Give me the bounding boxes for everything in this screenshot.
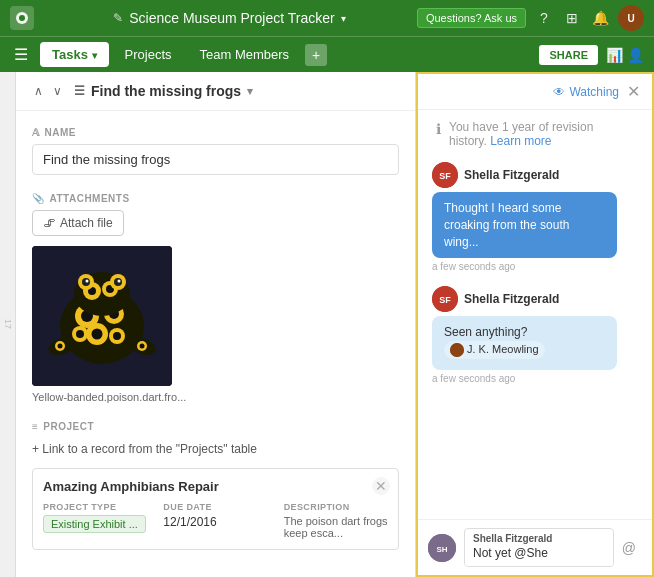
paperclip-icon: 🖇 [43,216,55,230]
grid-icon[interactable]: ⊞ [562,8,582,28]
info-icon: ℹ [436,121,441,137]
svg-point-13 [113,332,121,340]
svg-point-25 [118,280,121,283]
comment-1-author: Shella Fitzgerald [464,168,559,182]
next-task-button[interactable]: ∨ [49,82,66,100]
add-view-button[interactable]: + [305,44,327,66]
project-due-value: 12/1/2016 [163,515,267,529]
project-card: ✕ Amazing Amphibians Repair PROJECT TYPE… [32,468,399,550]
svg-text:SF: SF [439,295,451,305]
project-desc-value: The poison dart frogs keep esca... [284,515,388,539]
comment-input-area: SH Shella Fitzgerald @ [418,519,652,575]
comments-body: ℹ You have 1 year of revision history. L… [418,110,652,519]
comment-1-time: a few seconds ago [432,261,638,272]
project-meta-row: PROJECT TYPE Existing Exhibit ... DUE DA… [43,502,388,539]
name-label: 𝔸 NAME [32,127,399,138]
app-title-area: ✎ Science Museum Project Tracker ▾ [42,10,417,26]
comment-2-time: a few seconds ago [432,373,638,384]
task-title-area: ☰ Find the missing frogs ▾ [74,83,253,99]
bell-icon[interactable]: 🔔 [590,8,610,28]
edit-icon: ✎ [113,11,123,25]
task-title-dropdown[interactable]: ▾ [247,85,253,98]
task-panel: ∧ ∨ ☰ Find the missing frogs ▾ 𝔸 NAME [16,72,416,577]
project-type-label: PROJECT TYPE [43,502,147,512]
help-icon[interactable]: ? [534,8,554,28]
project-desc-label: DESCRIPTION [284,502,388,512]
attachment-field-icon: 📎 [32,193,45,204]
comment-1-avatar: SF [432,162,458,188]
svg-text:SF: SF [439,171,451,181]
revision-notice: ℹ You have 1 year of revision history. L… [432,120,638,148]
chart-icon[interactable]: 📊 [606,47,623,63]
revision-text: You have 1 year of revision history. Lea… [449,120,634,148]
task-icon: ☰ [74,84,85,98]
tasks-tab[interactable]: Tasks ▾ [40,42,109,67]
projects-tab[interactable]: Projects [113,42,184,67]
app-title: Science Museum Project Tracker [129,10,334,26]
watching-button[interactable]: 👁 Watching [553,85,619,99]
project-link-button[interactable]: + Link to a record from the "Projects" t… [32,438,399,460]
prev-task-button[interactable]: ∧ [30,82,47,100]
app-logo [10,6,34,30]
comments-panel: 👁 Watching ✕ ℹ You have 1 year of revisi… [416,72,654,577]
svg-point-31 [140,344,145,349]
user-avatar[interactable]: U [618,5,644,31]
svg-point-14 [76,330,84,338]
task-header: ∧ ∨ ☰ Find the missing frogs ▾ [16,72,415,111]
team-members-tab[interactable]: Team Members [188,42,302,67]
attach-file-button[interactable]: 🖇 Attach file [32,210,124,236]
task-body: 𝔸 NAME 📎 ATTACHMENTS 🖇 Attach file [16,111,415,577]
eye-icon: 👁 [553,85,565,99]
comment-1-author-row: SF Shella Fitzgerald [432,162,638,188]
attachments-section: 📎 ATTACHMENTS 🖇 Attach file [32,193,399,403]
project-card-close-button[interactable]: ✕ [372,477,390,495]
project-section: ≡ PROJECT + Link to a record from the "P… [32,421,399,550]
svg-point-36 [450,343,464,357]
input-user-avatar: SH [428,534,456,562]
hamburger-button[interactable]: ☰ [10,41,32,68]
project-due-label: DUE DATE [163,502,267,512]
share-button[interactable]: SHARE [539,45,598,65]
project-label: ≡ PROJECT [32,421,399,432]
comments-header: 👁 Watching ✕ [418,74,652,110]
comment-2-avatar: SF [432,286,458,312]
comment-text-container: Shella Fitzgerald [464,528,614,567]
second-nav: ☰ Tasks ▾ Projects Team Members + SHARE … [0,36,654,72]
comment-2: SF Shella Fitzgerald Seen anything? J. K… [432,286,638,383]
project-type-col: PROJECT TYPE Existing Exhibit ... [43,502,147,539]
project-name: Amazing Amphibians Repair [43,479,388,494]
top-nav-right: Questions? Ask us ? ⊞ 🔔 U [417,5,644,31]
project-type-badge: Existing Exhibit ... [43,515,146,533]
svg-point-24 [86,280,89,283]
comment-1-bubble: Thought I heard some croaking from the s… [432,192,617,258]
revision-learn-more-link[interactable]: Learn more [490,134,551,148]
name-field-icon: 𝔸 [32,127,40,138]
comment-input[interactable] [465,544,613,566]
close-comments-button[interactable]: ✕ [627,82,640,101]
attachments-label: 📎 ATTACHMENTS [32,193,399,204]
attachment-image [32,246,172,386]
left-edge: 17 [0,72,16,577]
comment-1: SF Shella Fitzgerald Thought I heard som… [432,162,638,272]
svg-point-30 [58,344,63,349]
main-content: 17 ∧ ∨ ☰ Find the missing frogs ▾ 𝔸 NAME [0,72,654,577]
at-mention-icon[interactable]: @ [622,540,642,556]
project-desc-col: DESCRIPTION The poison dart frogs keep e… [284,502,388,539]
title-dropdown-icon: ▾ [341,13,346,24]
name-input[interactable] [32,144,399,175]
name-section: 𝔸 NAME [32,127,399,175]
top-nav: ✎ Science Museum Project Tracker ▾ Quest… [0,0,654,36]
project-due-col: DUE DATE 12/1/2016 [163,502,267,539]
comment-2-author: Shella Fitzgerald [464,292,559,306]
nav-arrows: ∧ ∨ [30,82,66,100]
mention-badge: J. K. Meowling [444,341,545,358]
project-field-icon: ≡ [32,421,38,432]
watching-label: Watching [569,85,619,99]
svg-point-2 [19,15,25,21]
mention-avatar [450,343,464,357]
user-icon[interactable]: 👤 [627,47,644,63]
svg-text:SH: SH [436,545,447,554]
task-title: Find the missing frogs [91,83,241,99]
comment-2-author-row: SF Shella Fitzgerald [432,286,638,312]
ask-us-button[interactable]: Questions? Ask us [417,8,526,28]
